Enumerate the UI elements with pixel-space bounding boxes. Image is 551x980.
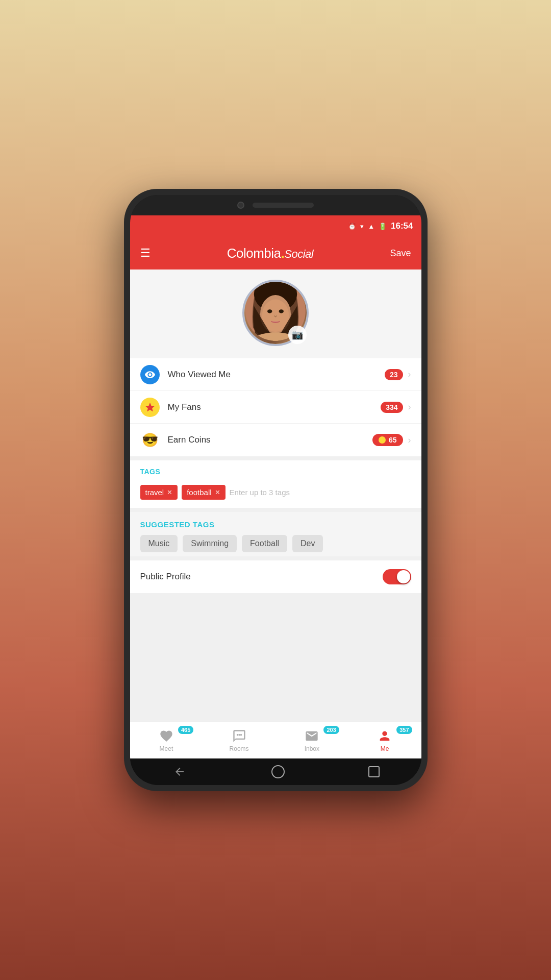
- recents-button[interactable]: [368, 766, 380, 777]
- me-badge: 357: [396, 726, 412, 734]
- my-fans-icon: [140, 398, 160, 417]
- phone-top-bar: [130, 195, 421, 215]
- earn-coins-chevron: ›: [408, 435, 411, 446]
- coin-count: 65: [389, 436, 397, 444]
- phone-screen: ⏰ ▾ ▲ 🔋 16:54 ☰ Colombia.Social Save: [130, 195, 421, 785]
- svg-point-10: [240, 733, 242, 736]
- inbox-badge: 203: [323, 726, 339, 734]
- home-button[interactable]: [271, 765, 285, 778]
- profile-section: 📷: [130, 270, 421, 358]
- who-viewed-me-chevron: ›: [408, 369, 411, 380]
- tags-section: TAGS travel ✕ football ✕ Enter up to 3 t…: [130, 460, 421, 508]
- tag-chip-travel[interactable]: travel ✕: [140, 485, 178, 500]
- suggested-tag-football[interactable]: Football: [242, 535, 287, 552]
- main-content: 📷 Who Viewed Me 23 ›: [130, 270, 421, 722]
- back-button[interactable]: [171, 764, 188, 780]
- front-camera: [237, 202, 244, 209]
- phone-frame: ⏰ ▾ ▲ 🔋 16:54 ☰ Colombia.Social Save: [124, 189, 428, 791]
- phone-hardware-nav: [130, 758, 421, 785]
- alarm-icon: ⏰: [348, 223, 356, 230]
- public-profile-toggle[interactable]: [383, 569, 411, 584]
- meet-icon: [159, 729, 173, 743]
- nav-me[interactable]: 357 Me: [348, 729, 421, 752]
- who-viewed-me-label: Who Viewed Me: [168, 370, 385, 380]
- logo-social: Social: [284, 248, 313, 260]
- list-section: Who Viewed Me 23 › My Fans 334 › 😎 Earn …: [130, 358, 421, 456]
- nav-inbox[interactable]: 203 Inbox: [276, 729, 348, 752]
- tag-travel-label: travel: [145, 488, 164, 497]
- tags-header: TAGS: [130, 460, 421, 480]
- suggested-tags-list: Music Swimming Football Dev: [130, 535, 421, 552]
- svg-point-6: [279, 309, 284, 313]
- svg-point-5: [267, 309, 272, 313]
- save-button[interactable]: Save: [390, 248, 411, 259]
- rooms-label: Rooms: [230, 745, 249, 752]
- tag-travel-remove[interactable]: ✕: [167, 488, 172, 496]
- speaker-grille: [253, 203, 314, 208]
- suggested-tag-dev[interactable]: Dev: [292, 535, 323, 552]
- public-profile-section: Public Profile: [130, 560, 421, 593]
- tag-chip-football[interactable]: football ✕: [182, 485, 225, 500]
- public-profile-label: Public Profile: [140, 572, 191, 582]
- tags-input-area[interactable]: travel ✕ football ✕ Enter up to 3 tags: [130, 480, 421, 508]
- me-label: Me: [381, 745, 389, 752]
- suggested-tag-music[interactable]: Music: [140, 535, 178, 552]
- my-fans-item[interactable]: My Fans 334 ›: [130, 391, 421, 424]
- nav-meet[interactable]: 465 Meet: [130, 729, 203, 752]
- svg-point-8: [236, 733, 238, 736]
- meet-label: Meet: [160, 745, 173, 752]
- who-viewed-me-badge: 23: [385, 369, 403, 380]
- earn-coins-item[interactable]: 😎 Earn Coins 65 ›: [130, 424, 421, 456]
- wifi-icon: ▾: [360, 223, 364, 230]
- app-header: ☰ Colombia.Social Save: [130, 237, 421, 270]
- menu-button[interactable]: ☰: [140, 247, 151, 260]
- status-icons: ⏰ ▾ ▲ 🔋 16:54: [348, 221, 413, 231]
- change-photo-button[interactable]: 📷: [288, 326, 307, 344]
- logo-colombia: Colombia: [227, 246, 281, 261]
- my-fans-label: My Fans: [168, 402, 381, 412]
- tags-placeholder[interactable]: Enter up to 3 tags: [230, 488, 290, 497]
- suggested-tag-swimming[interactable]: Swimming: [183, 535, 237, 552]
- signal-icon: ▲: [368, 223, 374, 230]
- suggested-tags-header: SUGGESTED TAGS: [130, 512, 421, 535]
- suggested-tags-section: SUGGESTED TAGS Music Swimming Football D…: [130, 512, 421, 556]
- meet-badge: 465: [178, 726, 193, 734]
- earn-coins-icon: 😎: [140, 430, 160, 450]
- me-icon: [378, 729, 392, 743]
- tag-football-remove[interactable]: ✕: [215, 488, 220, 496]
- inbox-icon: [305, 729, 319, 743]
- avatar-container: 📷: [242, 280, 309, 346]
- earn-coins-label: Earn Coins: [168, 435, 372, 445]
- my-fans-chevron: ›: [408, 402, 411, 412]
- battery-icon: 🔋: [379, 223, 387, 230]
- who-viewed-me-item[interactable]: Who Viewed Me 23 ›: [130, 358, 421, 391]
- coin-icon: [379, 436, 386, 444]
- rooms-icon: [232, 729, 246, 743]
- app-logo: Colombia.Social: [227, 246, 313, 261]
- nav-rooms[interactable]: Rooms: [203, 729, 276, 752]
- my-fans-badge: 334: [381, 402, 403, 413]
- status-bar: ⏰ ▾ ▲ 🔋 16:54: [130, 215, 421, 237]
- svg-point-9: [238, 733, 240, 736]
- status-time: 16:54: [391, 221, 413, 231]
- earn-coins-badge: 65: [372, 434, 403, 446]
- who-viewed-me-icon: [140, 365, 160, 384]
- inbox-label: Inbox: [305, 745, 319, 752]
- camera-icon: 📷: [292, 329, 303, 340]
- toggle-knob: [397, 570, 410, 583]
- bottom-navigation: 465 Meet Rooms 203 Inbox 357 Me: [130, 722, 421, 758]
- tag-football-label: football: [187, 488, 211, 497]
